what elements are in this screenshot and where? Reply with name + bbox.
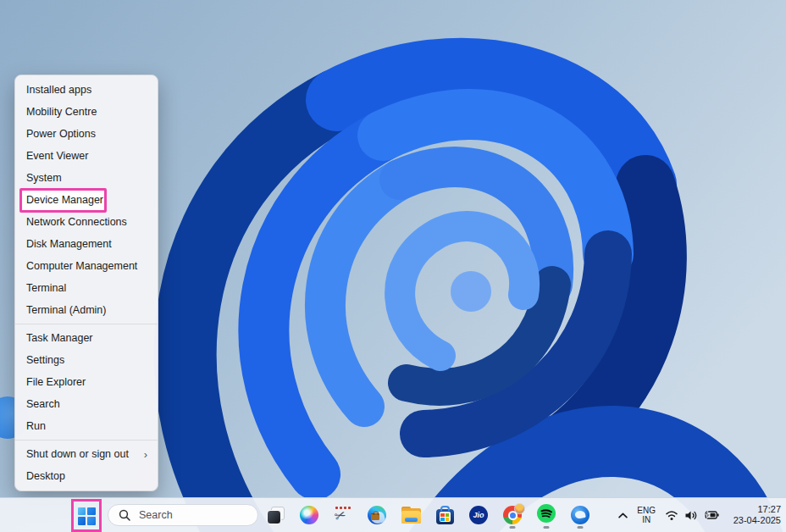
language-line1: ENG xyxy=(637,506,656,515)
menu-item-label: File Explorer xyxy=(26,376,86,388)
menu-item-label: Device Manager xyxy=(26,194,103,206)
spotify-button[interactable] xyxy=(535,500,557,530)
menu-item-label: Mobility Centre xyxy=(26,106,97,118)
menu-item-shut-down-or-sign-out[interactable]: Shut down or sign out› xyxy=(15,443,158,465)
menu-separator xyxy=(15,440,158,441)
menu-item-label: Search xyxy=(26,398,60,410)
menu-item-label: Settings xyxy=(26,354,64,366)
search-icon xyxy=(119,509,130,521)
menu-item-network-connections[interactable]: Network Connections xyxy=(15,211,158,233)
menu-item-mobility-centre[interactable]: Mobility Centre xyxy=(15,101,158,123)
system-tray: ENG IN xyxy=(618,498,781,532)
show-hidden-icons-chevron-icon[interactable] xyxy=(618,513,628,518)
language-line2: IN xyxy=(637,515,656,524)
snipping-tool-button[interactable]: ✂ xyxy=(332,500,354,530)
edge-button[interactable] xyxy=(366,500,388,530)
menu-item-search[interactable]: Search xyxy=(15,393,158,415)
menu-item-label: Computer Management xyxy=(26,260,137,272)
task-view-button[interactable] xyxy=(264,500,286,530)
taskbar: ✂Jio ENG IN xyxy=(0,497,786,532)
menu-item-power-options[interactable]: Power Options xyxy=(15,123,158,145)
taskbar-clock[interactable]: 17:27 23-04-2025 xyxy=(728,504,781,527)
menu-item-computer-management[interactable]: Computer Management xyxy=(15,255,158,277)
jio-button[interactable]: Jio xyxy=(468,500,490,530)
menu-item-terminal-admin[interactable]: Terminal (Admin) xyxy=(15,299,158,321)
clock-time: 17:27 xyxy=(728,504,781,516)
menu-item-terminal[interactable]: Terminal xyxy=(15,277,158,299)
menu-item-device-manager[interactable]: Device Manager xyxy=(15,189,158,211)
start-button[interactable] xyxy=(75,506,98,526)
menu-item-file-explorer[interactable]: File Explorer xyxy=(15,371,158,393)
tray-status-icons[interactable] xyxy=(665,509,719,522)
thunderbird-button[interactable] xyxy=(569,500,591,530)
running-indicator xyxy=(544,526,550,529)
menu-item-run[interactable]: Run xyxy=(15,415,158,437)
clock-date: 23-04-2025 xyxy=(728,515,781,527)
menu-item-settings[interactable]: Settings xyxy=(15,349,158,371)
taskbar-search[interactable] xyxy=(108,504,258,526)
winx-context-menu: Installed appsMobility CentrePower Optio… xyxy=(14,75,158,491)
menu-item-label: Shut down or sign out xyxy=(26,448,129,460)
edge-icon xyxy=(368,506,386,524)
windows-logo-icon xyxy=(78,507,96,525)
desktop: Installed appsMobility CentrePower Optio… xyxy=(0,0,786,532)
wifi-icon xyxy=(665,509,678,521)
spotify-icon xyxy=(537,504,556,526)
menu-item-label: Installed apps xyxy=(26,84,91,96)
jio-icon: Jio xyxy=(469,506,488,524)
menu-item-label: System xyxy=(26,172,62,184)
taskbar-apps: ✂Jio xyxy=(264,498,591,532)
menu-item-label: Run xyxy=(26,420,46,432)
menu-item-label: Terminal xyxy=(26,282,66,294)
task-view-icon xyxy=(267,507,285,524)
chrome-profile-avatar xyxy=(514,503,525,514)
menu-item-label: Event Viewer xyxy=(26,150,88,162)
menu-separator xyxy=(15,324,158,324)
menu-item-event-viewer[interactable]: Event Viewer xyxy=(15,145,158,167)
menu-item-label: Disk Management xyxy=(26,238,112,250)
microsoft-store-icon xyxy=(436,506,454,524)
chrome-button[interactable] xyxy=(501,500,523,530)
menu-item-desktop[interactable]: Desktop xyxy=(15,465,158,487)
menu-item-label: Task Manager xyxy=(26,332,93,344)
volume-icon xyxy=(684,509,698,522)
snipping-tool-icon: ✂ xyxy=(334,506,352,524)
search-input[interactable] xyxy=(137,508,247,522)
menu-item-disk-management[interactable]: Disk Management xyxy=(15,233,158,255)
menu-item-label: Network Connections xyxy=(26,216,127,228)
file-explorer-button[interactable] xyxy=(400,500,422,530)
copilot-button[interactable] xyxy=(298,500,320,530)
menu-item-label: Terminal (Admin) xyxy=(26,304,106,316)
language-indicator[interactable]: ENG IN xyxy=(637,506,656,524)
battery-charging-icon xyxy=(704,510,719,520)
chrome-icon xyxy=(503,506,522,524)
submenu-chevron-icon: › xyxy=(144,449,147,460)
menu-item-system[interactable]: System xyxy=(15,167,158,189)
running-indicator xyxy=(510,526,516,529)
menu-item-task-manager[interactable]: Task Manager xyxy=(15,327,158,349)
microsoft-store-button[interactable] xyxy=(434,500,456,530)
file-explorer-icon xyxy=(401,507,421,524)
running-indicator xyxy=(578,526,584,529)
menu-item-installed-apps[interactable]: Installed apps xyxy=(15,79,158,101)
copilot-icon xyxy=(300,506,318,524)
thunderbird-icon xyxy=(571,506,590,524)
menu-item-label: Power Options xyxy=(26,128,96,140)
menu-item-label: Desktop xyxy=(26,470,65,482)
